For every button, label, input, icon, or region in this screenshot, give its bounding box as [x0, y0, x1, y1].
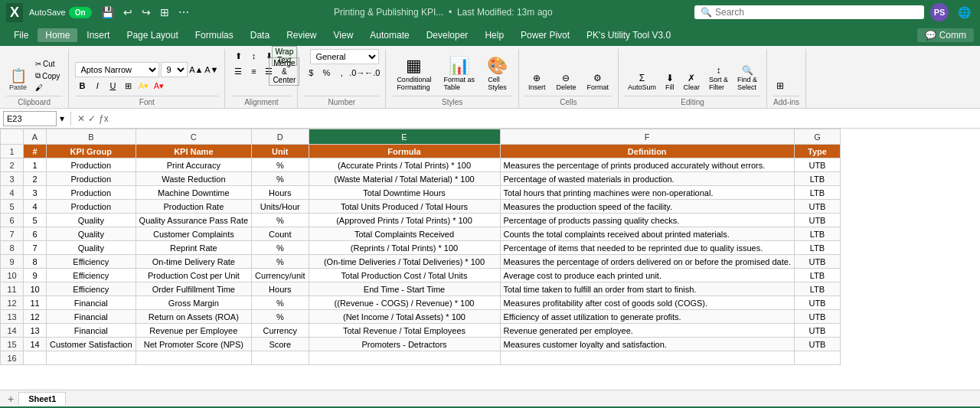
cell-4-b[interactable]: Production — [47, 186, 136, 200]
decrease-decimal-button[interactable]: ←.0 — [365, 66, 379, 80]
cell-3-f[interactable]: Percentage of wasted materials in produc… — [500, 172, 794, 186]
cell-2-g[interactable]: UTB — [794, 158, 840, 172]
row-header-14[interactable]: 14 — [1, 324, 24, 338]
menu-automate[interactable]: Automate — [362, 28, 416, 42]
cell-6-c[interactable]: Quality Assurance Pass Rate — [136, 214, 251, 227]
cell-16-d[interactable] — [252, 351, 309, 365]
row-header-16[interactable]: 16 — [1, 351, 24, 365]
cell-10-f[interactable]: Average cost to produce each printed uni… — [500, 269, 794, 282]
more-icon[interactable]: ⋯ — [175, 5, 192, 20]
cell-7-a[interactable]: 6 — [24, 227, 47, 241]
menu-help[interactable]: Help — [477, 28, 511, 42]
increase-decimal-button[interactable]: .0→ — [350, 66, 364, 80]
insert-function-icon[interactable]: ƒx — [99, 113, 109, 124]
cell-11-f[interactable]: Total time taken to fulfill an order fro… — [500, 282, 794, 296]
cell-4-f[interactable]: Total hours that printing machines were … — [500, 186, 794, 200]
paste-button[interactable]: 📋 Paste — [6, 67, 30, 93]
cell-5-d[interactable]: Units/Hour — [252, 200, 309, 214]
search-box[interactable]: 🔍 — [694, 5, 924, 19]
autosave-toggle[interactable]: On — [69, 7, 92, 18]
cell-8-d[interactable]: % — [252, 241, 309, 255]
comma-button[interactable]: , — [335, 66, 348, 80]
cell-5-g[interactable]: UTB — [794, 200, 840, 214]
cell-3-d[interactable]: % — [252, 172, 309, 186]
cell-13-e[interactable]: (Net Income / Total Assets) * 100 — [309, 310, 500, 324]
cell-11-e[interactable]: End Time - Start Time — [309, 282, 500, 296]
undo-icon[interactable]: ↩ — [120, 5, 136, 20]
cell-9-b[interactable]: Efficiency — [47, 255, 136, 269]
decrease-font-button[interactable]: A▼ — [204, 63, 218, 77]
confirm-formula-icon[interactable]: ✓ — [88, 113, 96, 124]
italic-button[interactable]: I — [90, 79, 104, 93]
cell-15-g[interactable]: UTB — [794, 338, 840, 351]
row-header-8[interactable]: 8 — [1, 241, 24, 255]
cell-16-b[interactable] — [47, 351, 136, 365]
cell-6-g[interactable]: UTB — [794, 214, 840, 227]
menu-page-layout[interactable]: Page Layout — [119, 28, 185, 42]
cell-11-b[interactable]: Efficiency — [47, 282, 136, 296]
row-header-9[interactable]: 9 — [1, 255, 24, 269]
cell-1-c[interactable]: KPI Name — [136, 145, 251, 158]
cell-10-g[interactable]: LTB — [794, 269, 840, 282]
align-left-button[interactable]: ☰ — [231, 64, 245, 78]
cell-12-g[interactable]: UTB — [794, 296, 840, 310]
currency-button[interactable]: $ — [304, 66, 318, 80]
cell-11-d[interactable]: Hours — [252, 282, 309, 296]
cell-6-b[interactable]: Quality — [47, 214, 136, 227]
cell-5-b[interactable]: Production — [47, 200, 136, 214]
cell-2-a[interactable]: 1 — [24, 158, 47, 172]
autosum-button[interactable]: Σ AutoSum — [625, 71, 659, 93]
delete-button[interactable]: ⊖ Delete — [553, 71, 579, 93]
format-painter-button[interactable]: 🖌 — [33, 83, 62, 93]
cell-13-d[interactable]: % — [252, 310, 309, 324]
font-size-select[interactable]: 9 — [161, 62, 188, 77]
cell-4-c[interactable]: Machine Downtime — [136, 186, 251, 200]
expand-icon[interactable]: ▾ — [60, 113, 64, 124]
cell-11-c[interactable]: Order Fulfillment Time — [136, 282, 251, 296]
cell-3-a[interactable]: 2 — [24, 172, 47, 186]
align-middle-button[interactable]: ↕ — [247, 49, 260, 63]
formula-input[interactable] — [112, 113, 977, 124]
cell-16-g[interactable] — [794, 351, 840, 365]
cell-8-g[interactable]: LTB — [794, 241, 840, 255]
row-header-13[interactable]: 13 — [1, 310, 24, 324]
cell-12-b[interactable]: Financial — [47, 296, 136, 310]
cell-11-a[interactable]: 10 — [24, 282, 47, 296]
cell-7-c[interactable]: Customer Complaints — [136, 227, 251, 241]
copy-button[interactable]: ⧉ Copy — [33, 70, 62, 81]
font-name-select[interactable]: Aptos Narrow — [75, 62, 159, 77]
align-center-button[interactable]: ≡ — [247, 64, 260, 78]
cancel-formula-icon[interactable]: ✕ — [77, 113, 85, 124]
col-header-e[interactable]: E — [309, 129, 500, 145]
cell-1-d[interactable]: Unit — [252, 145, 309, 158]
cell-14-a[interactable]: 13 — [24, 324, 47, 338]
cell-14-b[interactable]: Financial — [47, 324, 136, 338]
menu-home[interactable]: Home — [38, 28, 77, 42]
cell-15-d[interactable]: Score — [252, 338, 309, 351]
cell-9-g[interactable]: UTB — [794, 255, 840, 269]
col-header-d[interactable]: D — [252, 129, 309, 145]
cell-16-a[interactable] — [24, 351, 47, 365]
cell-13-g[interactable]: UTB — [794, 310, 840, 324]
row-header-11[interactable]: 11 — [1, 282, 24, 296]
col-header-g[interactable]: G — [794, 129, 840, 145]
row-header-7[interactable]: 7 — [1, 227, 24, 241]
cell-3-g[interactable]: LTB — [794, 172, 840, 186]
cell-9-e[interactable]: (On-time Deliveries / Total Deliveries) … — [309, 255, 500, 269]
col-header-b[interactable]: B — [47, 129, 136, 145]
cut-button[interactable]: ✂ Cut — [33, 59, 62, 69]
cell-10-a[interactable]: 9 — [24, 269, 47, 282]
align-top-button[interactable]: ⬆ — [231, 49, 245, 63]
cell-15-f[interactable]: Measures customer loyalty and satisfacti… — [500, 338, 794, 351]
redo-icon[interactable]: ↪ — [139, 5, 154, 20]
row-header-10[interactable]: 10 — [1, 269, 24, 282]
name-box[interactable] — [3, 111, 57, 126]
sheet-tab-1[interactable]: Sheet1 — [18, 392, 66, 406]
cell-2-d[interactable]: % — [252, 158, 309, 172]
cell-3-c[interactable]: Waste Reduction — [136, 172, 251, 186]
fill-color-button[interactable]: A▾ — [136, 79, 150, 93]
find-select-button[interactable]: 🔍 Find &Select — [734, 64, 760, 93]
cell-10-b[interactable]: Efficiency — [47, 269, 136, 282]
menu-data[interactable]: Data — [243, 28, 277, 42]
cell-7-b[interactable]: Quality — [47, 227, 136, 241]
